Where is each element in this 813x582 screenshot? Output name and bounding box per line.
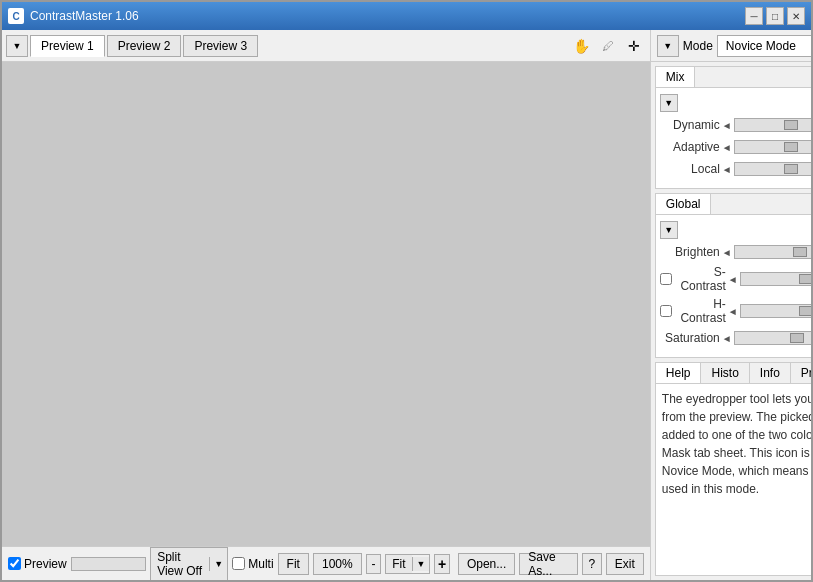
dynamic-slider[interactable] bbox=[734, 118, 811, 132]
global-tab[interactable]: Global bbox=[656, 194, 712, 214]
global-tab-bar: Global bbox=[656, 194, 811, 215]
mix-content: ▼ Dynamic ◄ ► 25 Ada bbox=[656, 88, 811, 188]
prefs-tab[interactable]: Prefs bbox=[791, 363, 811, 383]
saturation-label: Saturation bbox=[660, 331, 720, 345]
help-panel: Help Histo Info Prefs The eyedropper too… bbox=[655, 362, 811, 576]
s-contrast-checkbox[interactable] bbox=[660, 273, 672, 285]
mode-bar: ▼ Mode Novice Mode Expert Mode Reset bbox=[651, 30, 811, 62]
info-tab[interactable]: Info bbox=[750, 363, 791, 383]
minimize-button[interactable]: ─ bbox=[745, 7, 763, 25]
help-content: The eyedropper tool lets you pick a colo… bbox=[656, 384, 811, 575]
h-contrast-checkbox[interactable] bbox=[660, 305, 672, 317]
close-button[interactable]: ✕ bbox=[787, 7, 805, 25]
help-tab[interactable]: Help bbox=[656, 363, 702, 383]
save-as-button[interactable]: Save As... bbox=[519, 553, 578, 575]
saturation-slider[interactable] bbox=[734, 331, 811, 345]
h-contrast-label: H-Contrast bbox=[674, 297, 726, 325]
eyedropper-tool-icon[interactable]: 🖊 bbox=[596, 34, 620, 58]
brighten-slider[interactable] bbox=[734, 245, 811, 259]
app-icon: C bbox=[8, 8, 24, 24]
split-view-dropdown-button[interactable]: ▼ bbox=[209, 557, 227, 571]
preview2-tab[interactable]: Preview 2 bbox=[107, 35, 182, 57]
global-dropdown-button[interactable]: ▼ bbox=[660, 221, 678, 239]
dynamic-label: Dynamic bbox=[660, 118, 720, 132]
main-window: C ContrastMaster 1.06 ─ □ ✕ ▼ Preview 1 … bbox=[0, 0, 813, 582]
mode-label: Mode bbox=[683, 39, 713, 53]
s-contrast-label: S-Contrast bbox=[674, 265, 726, 293]
main-content: ▼ Preview 1 Preview 2 Preview 3 ✋ 🖊 ✛ Pr… bbox=[2, 30, 811, 580]
dynamic-left-arrow[interactable]: ◄ bbox=[722, 120, 732, 131]
help-tab-bar: Help Histo Info Prefs bbox=[656, 363, 811, 384]
preview3-tab[interactable]: Preview 3 bbox=[183, 35, 258, 57]
canvas-area bbox=[2, 62, 650, 546]
preview-checkbox[interactable] bbox=[8, 557, 21, 570]
local-slider[interactable] bbox=[734, 162, 811, 176]
zoom-label: 100% bbox=[313, 553, 362, 575]
dynamic-row: Dynamic ◄ ► 25 bbox=[660, 116, 811, 134]
preview-checkbox-label[interactable]: Preview bbox=[8, 557, 67, 571]
toolbar: ▼ Preview 1 Preview 2 Preview 3 ✋ 🖊 ✛ bbox=[2, 30, 650, 62]
adaptive-slider[interactable] bbox=[734, 140, 811, 154]
preview1-tab[interactable]: Preview 1 bbox=[30, 35, 105, 57]
brighten-label: Brighten bbox=[660, 245, 720, 259]
fit2-group: Fit ▼ bbox=[385, 554, 430, 574]
mode-dropdown-button[interactable]: ▼ bbox=[657, 35, 679, 57]
zoom-plus-button[interactable]: + bbox=[434, 554, 450, 574]
exit-button[interactable]: Exit bbox=[606, 553, 644, 575]
mode-select[interactable]: Novice Mode Expert Mode bbox=[717, 35, 811, 57]
help-button[interactable]: ? bbox=[582, 553, 602, 575]
window-controls: ─ □ ✕ bbox=[745, 7, 805, 25]
saturation-row: Saturation ◄ ► 10 bbox=[660, 329, 811, 347]
multi-checkbox-label[interactable]: Multi bbox=[232, 557, 273, 571]
hand-tool-icon[interactable]: ✋ bbox=[570, 34, 594, 58]
s-contrast-row: S-Contrast ◄ ► 0 bbox=[660, 265, 811, 293]
mix-tab[interactable]: Mix bbox=[656, 67, 696, 87]
help-text: The eyedropper tool lets you pick a colo… bbox=[662, 392, 811, 496]
fit2-dropdown-button[interactable]: ▼ bbox=[412, 557, 430, 571]
bottom-bar: Preview Split View Off ▼ Multi Fit 100% … bbox=[2, 546, 650, 580]
brighten-row: Brighten ◄ ► 0.00 bbox=[660, 243, 811, 261]
open-button[interactable]: Open... bbox=[458, 553, 515, 575]
local-left-arrow[interactable]: ◄ bbox=[722, 164, 732, 175]
multi-checkbox[interactable] bbox=[232, 557, 245, 570]
maximize-button[interactable]: □ bbox=[766, 7, 784, 25]
h-contrast-row: H-Contrast ◄ ► 0 bbox=[660, 297, 811, 325]
mode-select-wrapper: Novice Mode Expert Mode bbox=[717, 35, 811, 57]
window-title: ContrastMaster 1.06 bbox=[30, 9, 745, 23]
brighten-left-arrow[interactable]: ◄ bbox=[722, 247, 732, 258]
zoom-minus-button[interactable]: - bbox=[366, 554, 382, 574]
progress-bar bbox=[71, 557, 146, 571]
split-view-label: Split View Off bbox=[151, 548, 209, 580]
preview-area: ▼ Preview 1 Preview 2 Preview 3 ✋ 🖊 ✛ Pr… bbox=[2, 30, 651, 580]
mix-dropdown-button[interactable]: ▼ bbox=[660, 94, 678, 112]
s-contrast-left-arrow[interactable]: ◄ bbox=[728, 274, 738, 285]
h-contrast-slider[interactable] bbox=[740, 304, 811, 318]
global-content: ▼ Brighten ◄ ► 0.00 bbox=[656, 215, 811, 357]
mix-panel: Mix ▼ Dynamic ◄ bbox=[655, 66, 811, 189]
title-bar: C ContrastMaster 1.06 ─ □ ✕ bbox=[2, 2, 811, 30]
fit-button[interactable]: Fit bbox=[278, 553, 309, 575]
h-contrast-left-arrow[interactable]: ◄ bbox=[728, 306, 738, 317]
mix-tab-bar: Mix bbox=[656, 67, 811, 88]
local-row: Local ◄ ► 25 bbox=[660, 160, 811, 178]
adaptive-left-arrow[interactable]: ◄ bbox=[722, 142, 732, 153]
split-view-group: Split View Off ▼ bbox=[150, 547, 228, 581]
local-label: Local bbox=[660, 162, 720, 176]
right-panel: ▼ Mode Novice Mode Expert Mode Reset Mix bbox=[651, 30, 811, 580]
saturation-left-arrow[interactable]: ◄ bbox=[722, 333, 732, 344]
histo-tab[interactable]: Histo bbox=[701, 363, 749, 383]
fit2-label[interactable]: Fit bbox=[386, 555, 411, 573]
s-contrast-slider[interactable] bbox=[740, 272, 811, 286]
toolbar-dropdown-button[interactable]: ▼ bbox=[6, 35, 28, 57]
move-tool-icon[interactable]: ✛ bbox=[622, 34, 646, 58]
adaptive-label: Adaptive bbox=[660, 140, 720, 154]
global-panel: Global ▼ Brighten ◄ bbox=[655, 193, 811, 358]
adaptive-row: Adaptive ◄ ► 25 bbox=[660, 138, 811, 156]
